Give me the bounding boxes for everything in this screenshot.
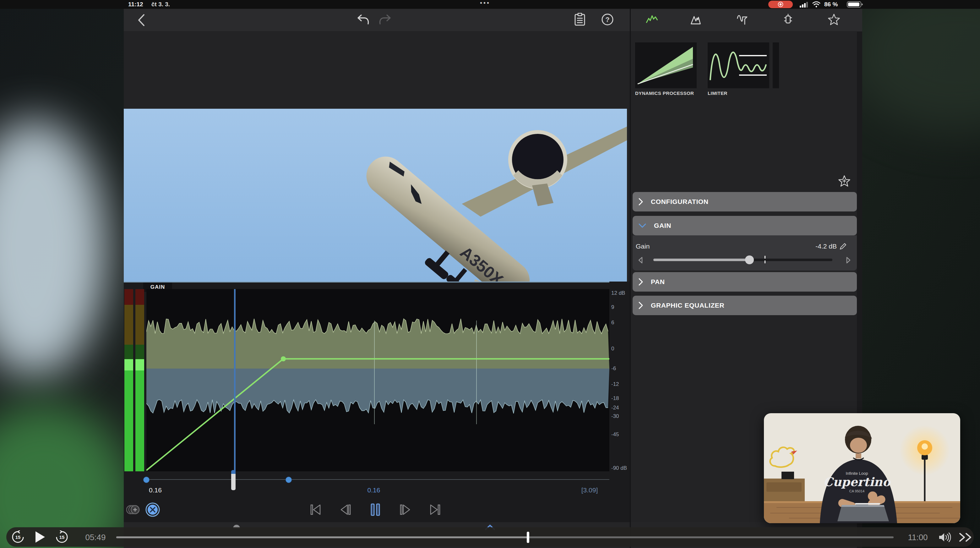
level-meter-right (135, 289, 144, 472)
preset-partial[interactable] (773, 42, 779, 88)
keyframe-add-button[interactable] (126, 502, 141, 517)
section-pan[interactable]: PAN (633, 272, 857, 292)
db-tick: -45 (611, 432, 629, 438)
section-label: CONFIGURATION (651, 198, 709, 206)
tab-plugins[interactable] (780, 11, 796, 28)
gain-decrement-button[interactable] (636, 256, 645, 264)
preset-limiter[interactable] (708, 42, 769, 88)
skip-forward-15-icon: 15 (55, 530, 68, 543)
playhead-line[interactable] (234, 289, 235, 472)
recording-indicator[interactable] (768, 1, 793, 8)
slider-zero-tick (765, 260, 765, 263)
skip-forward-15-button[interactable]: 15 (54, 529, 70, 545)
battery-percent: 86 % (824, 1, 838, 8)
chevron-right-icon (638, 301, 643, 309)
current-time: 0.16 (352, 486, 396, 494)
wifi-icon (812, 1, 821, 8)
favorite-add-button[interactable] (837, 174, 852, 188)
db-tick: -18 (611, 395, 629, 401)
keyframe-dot[interactable] (286, 477, 292, 483)
skip-to-start-button[interactable] (308, 503, 323, 516)
skip-to-start-icon (309, 503, 322, 516)
skip-back-15-button[interactable]: 15 (10, 529, 26, 545)
gain-param-value: -4.2 dB (783, 242, 837, 250)
presenter-pip[interactable]: Infinite Loop Cupertino CA 95014 (764, 413, 960, 523)
db-tick: -12 (611, 381, 629, 387)
help-button[interactable]: ? (599, 11, 616, 28)
playhead-handle[interactable] (231, 470, 235, 490)
section-configuration[interactable]: CONFIGURATION (633, 192, 857, 212)
undo-icon (357, 14, 369, 25)
frame-forward-button[interactable] (397, 503, 413, 516)
notes-button[interactable] (572, 11, 588, 28)
svg-text:15: 15 (59, 534, 65, 540)
keyframe-dot[interactable] (143, 477, 150, 483)
screen: ? (0, 0, 980, 548)
section-gain[interactable]: GAIN (633, 216, 857, 235)
seek-handle[interactable] (527, 532, 529, 543)
shirt-small-bottom: CA 95014 (850, 489, 864, 493)
pause-icon (370, 503, 381, 516)
tab-gain-automation[interactable] (644, 11, 660, 28)
keyframe-time-start: 0.16 (149, 486, 162, 494)
fast-forward-button[interactable] (958, 530, 974, 545)
db-tick: -30 (611, 413, 629, 419)
help-icon: ? (601, 13, 614, 26)
presenter-scene: Infinite Loop Cupertino CA 95014 (764, 413, 960, 523)
gain-param-label: Gain (636, 242, 649, 250)
record-icon (778, 2, 783, 7)
level-meter-left (124, 289, 133, 472)
volume-button[interactable] (937, 530, 952, 545)
battery-icon (847, 1, 863, 8)
gain-slider-thumb[interactable] (745, 255, 754, 264)
meter-green-zone (135, 345, 144, 359)
preset-dynamics-processor[interactable] (635, 42, 697, 88)
skip-to-end-button[interactable] (427, 503, 443, 516)
gain-increment-button[interactable] (844, 256, 853, 264)
stacked-circles-plus-icon (126, 504, 140, 515)
back-button[interactable] (134, 13, 148, 27)
db-tick: 6 (611, 320, 629, 326)
meter-level (135, 359, 144, 472)
db-tick: 9 (611, 304, 629, 311)
play-button[interactable] (32, 529, 48, 545)
pencil-icon (839, 242, 847, 250)
green-zigzag-icon (646, 14, 659, 25)
redo-button[interactable] (377, 12, 393, 27)
meter-red-zone (124, 289, 133, 305)
pause-button[interactable] (368, 503, 383, 516)
section-graphic-equalizer[interactable]: GRAPHIC EQUALIZER (633, 296, 857, 315)
keyframe-delete-button[interactable] (145, 502, 160, 517)
skip-to-end-icon (429, 503, 441, 516)
seek-played (116, 536, 528, 538)
db-tick: -24 (611, 405, 629, 411)
section-label: GRAPHIC EQUALIZER (651, 302, 724, 309)
frame-back-icon (339, 503, 352, 516)
chevron-right-icon (638, 278, 643, 286)
waveform-display[interactable] (146, 289, 609, 472)
meter-level (124, 359, 133, 472)
frame-back-button[interactable] (338, 503, 353, 516)
tab-favorites[interactable] (826, 11, 842, 28)
peaks-icon (690, 14, 703, 25)
db-tick: 0 (611, 346, 629, 352)
pane-divider (630, 9, 631, 548)
date: čt 3. 3. (151, 1, 170, 8)
window-handle-dots[interactable]: ••• (480, 0, 490, 6)
tab-waveform[interactable] (734, 11, 751, 28)
gain-edit-button[interactable] (837, 241, 849, 252)
app-window: ? (124, 9, 862, 548)
keyframe-track[interactable] (146, 479, 609, 480)
chevron-right-icon (638, 198, 643, 206)
gain-keyframe-point[interactable] (281, 356, 286, 362)
tab-analyzer[interactable] (689, 11, 705, 28)
gain-section-body (633, 235, 857, 271)
slider-zero-tick (765, 256, 765, 259)
db-tick: -90 dB (611, 465, 629, 472)
chevron-down-icon (638, 223, 646, 228)
double-chevron-icon (959, 533, 972, 542)
plug-icon (782, 13, 794, 26)
audio-editor-panel: GAIN (124, 282, 630, 522)
undo-button[interactable] (356, 12, 371, 27)
clip-duration: [3.09] (570, 486, 609, 494)
